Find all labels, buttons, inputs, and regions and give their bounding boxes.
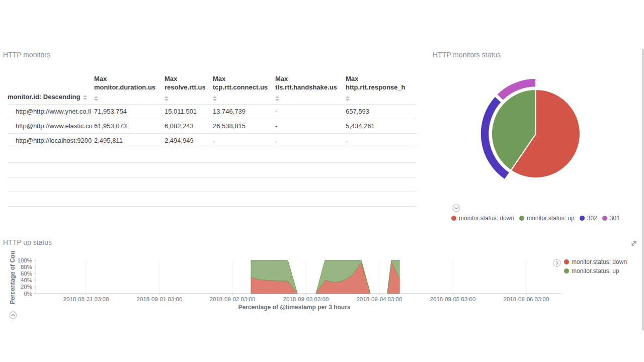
chevron-down-circle-icon[interactable] bbox=[452, 204, 460, 214]
expand-panel-icon[interactable] bbox=[630, 240, 637, 249]
legend-item-302[interactable]: 302 bbox=[580, 215, 597, 222]
metric-cell: 15,011,501 bbox=[165, 104, 213, 119]
monitors-table: monitor.id: DescendingMax monitor.durati… bbox=[8, 70, 417, 207]
y-axis-tick-label: 40% bbox=[21, 277, 32, 283]
metric-cell: 2,495,811 bbox=[94, 133, 165, 148]
legend-color-dot bbox=[564, 268, 569, 274]
http-monitors-status-pie-chart[interactable] bbox=[430, 63, 644, 206]
sort-caret-icon[interactable] bbox=[94, 96, 98, 101]
metric-cell: 657,593 bbox=[346, 104, 417, 119]
column-header-metric-1[interactable]: Max monitor.duration.us bbox=[94, 70, 165, 104]
table-empty-row bbox=[8, 162, 417, 177]
sort-caret-icon[interactable] bbox=[346, 96, 350, 101]
area-legend: monitor.status: downmonitor.status: up bbox=[564, 258, 627, 275]
table-row: http@http://www.ynet.co.il71,953,75415,0… bbox=[8, 104, 417, 119]
y-axis-tick-label: 100% bbox=[18, 257, 32, 263]
x-axis-tick-label: 2018-09-05 03:00 bbox=[430, 296, 476, 302]
http-up-status-area-chart[interactable]: 2018-08-31 03:002018-09-01 03:002018-09-… bbox=[0, 249, 644, 307]
column-header-label: Max resolve.rtt.us bbox=[165, 74, 210, 92]
empty-cell bbox=[8, 177, 417, 192]
metric-cell: 26,538,815 bbox=[213, 119, 275, 133]
legend-item-monitor-status-up[interactable]: monitor.status: up bbox=[519, 215, 575, 222]
table-row: http@http://localhost:92002,495,8112,494… bbox=[8, 133, 417, 148]
sort-caret-icon[interactable] bbox=[83, 95, 87, 100]
column-header-metric-2[interactable]: Max resolve.rtt.us bbox=[165, 70, 213, 104]
sort-caret-icon[interactable] bbox=[165, 96, 169, 101]
metric-cell: 6,082,243 bbox=[165, 119, 213, 133]
metric-cell: - bbox=[213, 133, 275, 148]
legend-label: 302 bbox=[587, 215, 597, 222]
x-axis-tick-label: 2018-08-31 03:00 bbox=[63, 296, 109, 302]
legend-item-monitor-status-down[interactable]: monitor.status: down bbox=[564, 258, 627, 265]
empty-cell bbox=[8, 162, 417, 177]
column-header-label: Max http.rtt.response_h bbox=[346, 74, 414, 92]
legend-color-dot bbox=[519, 216, 524, 221]
pie-legend: monitor.status: downmonitor.status: up30… bbox=[451, 215, 620, 222]
sort-caret-icon[interactable] bbox=[275, 96, 279, 101]
column-header-label: monitor.id: Descending bbox=[8, 93, 80, 101]
legend-label: 301 bbox=[610, 215, 620, 222]
y-axis-tick-label: 80% bbox=[21, 264, 32, 270]
metric-cell: 2,494,949 bbox=[165, 133, 213, 148]
x-axis-tick-label: 2018-09-04 03:00 bbox=[357, 296, 403, 302]
legend-item-301[interactable]: 301 bbox=[602, 215, 620, 222]
column-header-label: Max monitor.duration.us bbox=[94, 74, 162, 92]
page-scrollbar[interactable] bbox=[642, 49, 643, 330]
monitor-id-cell: http@http://www.elastic.co bbox=[8, 119, 94, 133]
y-axis-tick-label: 0% bbox=[24, 291, 32, 297]
table-row: http@http://www.elastic.co61,953,0736,08… bbox=[8, 119, 417, 133]
metric-cell: - bbox=[346, 133, 417, 148]
column-header-metric-3[interactable]: Max tcp.rtt.connect.us bbox=[213, 70, 275, 104]
legend-label: monitor.status: up bbox=[572, 267, 619, 275]
legend-label: monitor.status: down bbox=[459, 215, 514, 222]
monitors-table-body: http@http://www.ynet.co.il71,953,75415,0… bbox=[8, 104, 417, 206]
metric-cell: 61,953,073 bbox=[94, 119, 165, 133]
panel-title-http-monitors-status: HTTP monitors status bbox=[433, 51, 501, 59]
legend-color-dot bbox=[602, 216, 607, 221]
y-axis-tick-label: 60% bbox=[21, 270, 32, 277]
legend-label: monitor.status: down bbox=[572, 258, 627, 265]
empty-cell bbox=[8, 148, 417, 162]
metric-cell: 13,746,739 bbox=[213, 104, 275, 119]
column-header-metric-5[interactable]: Max http.rtt.response_h bbox=[346, 70, 417, 104]
column-header-metric-4[interactable]: Max tls.rtt.handshake.us bbox=[275, 70, 346, 104]
metric-cell: - bbox=[275, 119, 346, 133]
metric-cell: 5,434,261 bbox=[346, 119, 417, 133]
chevron-up-circle-icon[interactable] bbox=[9, 311, 17, 321]
panel-title-http-monitors: HTTP monitors bbox=[3, 51, 50, 59]
monitor-id-cell: http@http://www.ynet.co.il bbox=[8, 104, 94, 119]
legend-item-monitor-status-down[interactable]: monitor.status: down bbox=[451, 215, 514, 222]
legend-label: monitor.status: up bbox=[527, 215, 575, 222]
monitor-id-cell: http@http://localhost:9200 bbox=[8, 133, 94, 148]
area-chart-x-axis-title: Percentage of @timestamp per 3 hours bbox=[141, 304, 448, 311]
empty-cell bbox=[8, 192, 417, 206]
monitors-table-header: monitor.id: DescendingMax monitor.durati… bbox=[8, 70, 417, 104]
column-header-label: Max tls.rtt.handshake.us bbox=[275, 74, 343, 92]
column-header-label: Max tcp.rtt.connect.us bbox=[213, 74, 272, 92]
table-header-row: monitor.id: DescendingMax monitor.durati… bbox=[8, 70, 417, 104]
chevron-right-circle-icon[interactable] bbox=[553, 259, 561, 269]
x-axis-tick-label: 2018-09-06 03:00 bbox=[504, 296, 549, 302]
x-axis-tick-label: 2018-09-03 03:00 bbox=[283, 296, 329, 302]
metric-cell: - bbox=[275, 133, 346, 148]
x-axis-tick-label: 2018-09-01 03:00 bbox=[137, 296, 183, 302]
table-empty-row bbox=[8, 192, 417, 206]
legend-color-dot bbox=[451, 216, 456, 221]
x-axis-tick-label: 2018-09-02 03:00 bbox=[210, 296, 256, 302]
metric-cell: 71,953,754 bbox=[94, 104, 165, 119]
column-header-monitor-id[interactable]: monitor.id: Descending bbox=[8, 70, 94, 104]
panel-title-http-up-status: HTTP up status bbox=[3, 238, 52, 246]
legend-color-dot bbox=[580, 216, 585, 221]
legend-item-monitor-status-up[interactable]: monitor.status: up bbox=[564, 267, 627, 275]
sort-caret-icon[interactable] bbox=[213, 96, 217, 101]
table-empty-row bbox=[8, 177, 417, 192]
metric-cell: - bbox=[275, 104, 346, 119]
y-axis-tick-label: 20% bbox=[21, 284, 32, 290]
table-empty-row bbox=[8, 148, 417, 162]
legend-color-dot bbox=[564, 259, 569, 264]
